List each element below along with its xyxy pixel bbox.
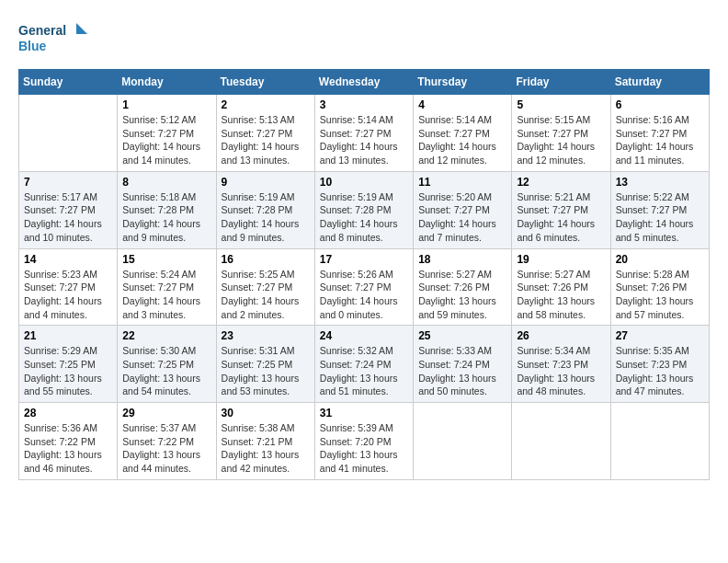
- calendar-day-cell: 19Sunrise: 5:27 AM Sunset: 7:26 PM Dayli…: [512, 248, 610, 326]
- calendar-week-row: 28Sunrise: 5:36 AM Sunset: 7:22 PM Dayli…: [19, 403, 710, 480]
- day-info: Sunrise: 5:31 AM Sunset: 7:25 PM Dayligh…: [222, 344, 310, 398]
- logo-svg: General Blue: [18, 18, 92, 60]
- day-info: Sunrise: 5:35 AM Sunset: 7:23 PM Dayligh…: [616, 344, 704, 398]
- calendar-day-cell: 26Sunrise: 5:34 AM Sunset: 7:23 PM Dayli…: [512, 326, 610, 403]
- day-number: 5: [517, 98, 605, 111]
- day-info: Sunrise: 5:32 AM Sunset: 7:24 PM Dayligh…: [320, 344, 408, 398]
- day-number: 19: [517, 253, 605, 266]
- calendar-day-cell: 18Sunrise: 5:27 AM Sunset: 7:26 PM Dayli…: [414, 248, 512, 326]
- day-number: 8: [122, 176, 210, 189]
- day-number: 14: [24, 253, 112, 266]
- weekday-header-cell: Tuesday: [216, 70, 314, 95]
- calendar-day-cell: 13Sunrise: 5:22 AM Sunset: 7:27 PM Dayli…: [610, 171, 709, 248]
- day-info: Sunrise: 5:18 AM Sunset: 7:28 PM Dayligh…: [122, 190, 210, 245]
- calendar-week-row: 1Sunrise: 5:12 AM Sunset: 7:27 PM Daylig…: [19, 95, 710, 172]
- day-info: Sunrise: 5:19 AM Sunset: 7:28 PM Dayligh…: [320, 190, 408, 245]
- weekday-header-cell: Wednesday: [314, 70, 413, 95]
- weekday-header-cell: Thursday: [414, 70, 512, 95]
- calendar-day-cell: 7Sunrise: 5:17 AM Sunset: 7:27 PM Daylig…: [19, 171, 118, 248]
- calendar-day-cell: 8Sunrise: 5:18 AM Sunset: 7:28 PM Daylig…: [118, 171, 216, 248]
- day-info: Sunrise: 5:38 AM Sunset: 7:21 PM Dayligh…: [222, 421, 310, 476]
- day-info: Sunrise: 5:28 AM Sunset: 7:26 PM Dayligh…: [616, 268, 704, 322]
- day-number: 21: [24, 329, 112, 342]
- calendar-day-cell: 30Sunrise: 5:38 AM Sunset: 7:21 PM Dayli…: [216, 403, 314, 480]
- calendar-day-cell: 24Sunrise: 5:32 AM Sunset: 7:24 PM Dayli…: [314, 326, 413, 403]
- calendar-day-cell: 4Sunrise: 5:14 AM Sunset: 7:27 PM Daylig…: [414, 95, 512, 172]
- day-number: 16: [222, 253, 310, 266]
- day-info: Sunrise: 5:34 AM Sunset: 7:23 PM Dayligh…: [517, 344, 605, 398]
- day-number: 6: [616, 98, 704, 111]
- day-info: Sunrise: 5:20 AM Sunset: 7:27 PM Dayligh…: [418, 190, 506, 245]
- day-info: Sunrise: 5:14 AM Sunset: 7:27 PM Dayligh…: [418, 113, 506, 167]
- day-number: 10: [320, 176, 408, 189]
- day-info: Sunrise: 5:19 AM Sunset: 7:28 PM Dayligh…: [222, 190, 310, 245]
- calendar-day-cell: 31Sunrise: 5:39 AM Sunset: 7:20 PM Dayli…: [314, 403, 413, 480]
- day-info: Sunrise: 5:26 AM Sunset: 7:27 PM Dayligh…: [320, 268, 408, 322]
- weekday-header-cell: Sunday: [19, 70, 118, 95]
- weekday-header-row: SundayMondayTuesdayWednesdayThursdayFrid…: [19, 70, 710, 95]
- weekday-header-cell: Saturday: [610, 70, 709, 95]
- day-number: 11: [418, 176, 506, 189]
- calendar-day-cell: 23Sunrise: 5:31 AM Sunset: 7:25 PM Dayli…: [216, 326, 314, 403]
- calendar-day-cell: 9Sunrise: 5:19 AM Sunset: 7:28 PM Daylig…: [216, 171, 314, 248]
- calendar-day-cell: 2Sunrise: 5:13 AM Sunset: 7:27 PM Daylig…: [216, 95, 314, 172]
- calendar-day-cell: 29Sunrise: 5:37 AM Sunset: 7:22 PM Dayli…: [118, 403, 216, 480]
- calendar-day-cell: 28Sunrise: 5:36 AM Sunset: 7:22 PM Dayli…: [19, 403, 118, 480]
- day-info: Sunrise: 5:14 AM Sunset: 7:27 PM Dayligh…: [320, 113, 408, 167]
- day-number: 13: [616, 176, 704, 189]
- day-number: 26: [517, 329, 605, 342]
- calendar-day-cell: [512, 403, 610, 480]
- calendar-day-cell: 16Sunrise: 5:25 AM Sunset: 7:27 PM Dayli…: [216, 248, 314, 326]
- day-info: Sunrise: 5:27 AM Sunset: 7:26 PM Dayligh…: [418, 268, 506, 322]
- weekday-header-cell: Monday: [118, 70, 216, 95]
- svg-marker-2: [76, 23, 87, 34]
- day-info: Sunrise: 5:27 AM Sunset: 7:26 PM Dayligh…: [517, 268, 605, 322]
- day-number: 7: [24, 176, 112, 189]
- day-number: 25: [418, 329, 506, 342]
- day-number: 18: [418, 253, 506, 266]
- day-number: 12: [517, 176, 605, 189]
- day-info: Sunrise: 5:29 AM Sunset: 7:25 PM Dayligh…: [24, 344, 112, 398]
- calendar-day-cell: [19, 95, 118, 172]
- day-info: Sunrise: 5:21 AM Sunset: 7:27 PM Dayligh…: [517, 190, 605, 245]
- day-info: Sunrise: 5:33 AM Sunset: 7:24 PM Dayligh…: [418, 344, 506, 398]
- day-info: Sunrise: 5:12 AM Sunset: 7:27 PM Dayligh…: [122, 113, 210, 167]
- calendar-day-cell: [610, 403, 709, 480]
- day-number: 3: [320, 98, 408, 111]
- day-info: Sunrise: 5:15 AM Sunset: 7:27 PM Dayligh…: [517, 113, 605, 167]
- svg-text:Blue: Blue: [18, 39, 47, 53]
- day-info: Sunrise: 5:39 AM Sunset: 7:20 PM Dayligh…: [320, 421, 408, 476]
- day-number: 23: [222, 329, 310, 342]
- day-info: Sunrise: 5:24 AM Sunset: 7:27 PM Dayligh…: [122, 268, 210, 322]
- calendar-day-cell: 10Sunrise: 5:19 AM Sunset: 7:28 PM Dayli…: [314, 171, 413, 248]
- calendar-week-row: 21Sunrise: 5:29 AM Sunset: 7:25 PM Dayli…: [19, 326, 710, 403]
- day-info: Sunrise: 5:25 AM Sunset: 7:27 PM Dayligh…: [222, 268, 310, 322]
- day-info: Sunrise: 5:17 AM Sunset: 7:27 PM Dayligh…: [24, 190, 112, 245]
- day-number: 29: [122, 407, 210, 419]
- calendar-day-cell: 3Sunrise: 5:14 AM Sunset: 7:27 PM Daylig…: [314, 95, 413, 172]
- day-info: Sunrise: 5:30 AM Sunset: 7:25 PM Dayligh…: [122, 344, 210, 398]
- calendar-day-cell: 22Sunrise: 5:30 AM Sunset: 7:25 PM Dayli…: [118, 326, 216, 403]
- day-number: 15: [122, 253, 210, 266]
- day-number: 30: [222, 407, 310, 419]
- day-info: Sunrise: 5:16 AM Sunset: 7:27 PM Dayligh…: [616, 113, 704, 167]
- day-number: 20: [616, 253, 704, 266]
- day-number: 24: [320, 329, 408, 342]
- calendar-day-cell: 11Sunrise: 5:20 AM Sunset: 7:27 PM Dayli…: [414, 171, 512, 248]
- svg-text:General: General: [18, 23, 66, 38]
- day-number: 9: [222, 176, 310, 189]
- day-number: 4: [418, 98, 506, 111]
- calendar-table: SundayMondayTuesdayWednesdayThursdayFrid…: [18, 69, 710, 480]
- calendar-day-cell: 1Sunrise: 5:12 AM Sunset: 7:27 PM Daylig…: [118, 95, 216, 172]
- calendar-body: 1Sunrise: 5:12 AM Sunset: 7:27 PM Daylig…: [19, 95, 710, 480]
- calendar-day-cell: 12Sunrise: 5:21 AM Sunset: 7:27 PM Dayli…: [512, 171, 610, 248]
- day-info: Sunrise: 5:23 AM Sunset: 7:27 PM Dayligh…: [24, 268, 112, 322]
- day-info: Sunrise: 5:22 AM Sunset: 7:27 PM Dayligh…: [616, 190, 704, 245]
- calendar-day-cell: 21Sunrise: 5:29 AM Sunset: 7:25 PM Dayli…: [19, 326, 118, 403]
- day-number: 31: [320, 407, 408, 419]
- calendar-day-cell: [414, 403, 512, 480]
- calendar-day-cell: 15Sunrise: 5:24 AM Sunset: 7:27 PM Dayli…: [118, 248, 216, 326]
- calendar-day-cell: 14Sunrise: 5:23 AM Sunset: 7:27 PM Dayli…: [19, 248, 118, 326]
- page-header: General Blue: [18, 18, 710, 60]
- day-number: 2: [222, 98, 310, 111]
